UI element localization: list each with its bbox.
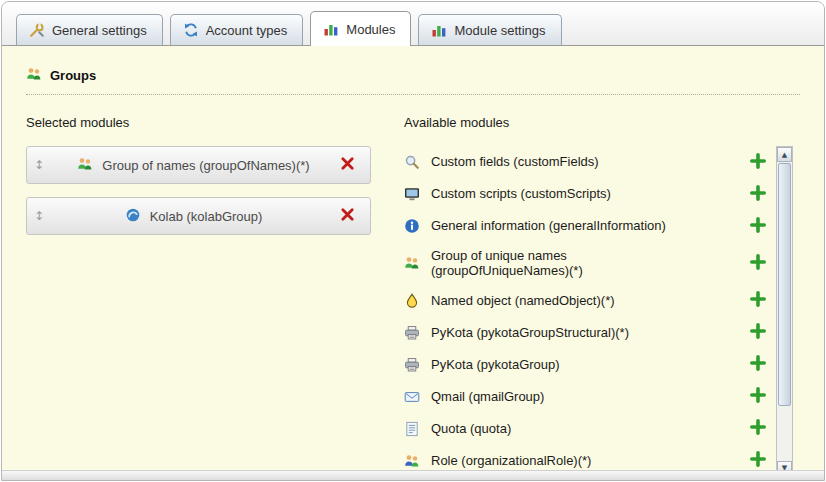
available-module-row: PyKota (pykotaGroupStructural)(*) <box>404 317 768 349</box>
tab-label: Account types <box>206 23 288 38</box>
tab-module-settings[interactable]: Module settings <box>418 14 561 45</box>
add-module-button[interactable] <box>748 216 768 236</box>
available-module-row: Quota (quota) <box>404 413 768 445</box>
green-plus-icon <box>750 217 766 236</box>
selected-module-label: Kolab (kolabGroup) <box>150 209 263 224</box>
available-module-row: General information (generalInformation) <box>404 210 768 242</box>
remove-module-button[interactable] <box>336 154 358 176</box>
tab-modules[interactable]: Modules <box>310 11 411 46</box>
green-plus-icon <box>750 153 766 172</box>
available-module-row: Custom fields (customFields) <box>404 146 768 178</box>
groups-section-header: Groups <box>26 66 800 95</box>
available-module-label: Role (organizationalRole)(*) <box>431 453 591 468</box>
green-plus-icon <box>750 419 766 438</box>
add-module-button[interactable] <box>748 323 768 343</box>
available-module-label: Custom scripts (customScripts) <box>431 186 611 201</box>
add-module-button[interactable] <box>748 184 768 204</box>
available-module-label: PyKota (pykotaGroup) <box>431 357 560 372</box>
droplet-icon <box>404 293 422 309</box>
green-plus-icon <box>750 323 766 342</box>
tab-label: Modules <box>346 22 395 37</box>
selected-module-row: ↕ Group of names (groupOfNames)(*) <box>26 146 371 184</box>
terminal-icon <box>404 186 422 202</box>
tools-icon <box>29 22 45 38</box>
selected-module-label: Group of names (groupOfNames)(*) <box>102 158 309 173</box>
selected-module-row: ↕ Kolab (kolabGroup) <box>26 197 371 235</box>
available-module-row: PyKota (pykotaGroup) <box>404 349 768 381</box>
available-module-label: PyKota (pykotaGroupStructural)(*) <box>431 325 629 340</box>
available-module-label: General information (generalInformation) <box>431 218 666 233</box>
available-module-row: Group of unique names (groupOfUniqueName… <box>404 242 768 285</box>
green-plus-icon <box>750 254 766 273</box>
tab-bar: General settings Account types Modules M… <box>2 2 824 46</box>
red-x-icon <box>340 156 355 174</box>
tab-account-types[interactable]: Account types <box>170 14 304 45</box>
green-plus-icon <box>750 355 766 374</box>
available-module-row: Custom scripts (customScripts) <box>404 178 768 210</box>
add-module-button[interactable] <box>748 152 768 172</box>
module-settings-icon <box>431 22 447 38</box>
available-module-label: Custom fields (customFields) <box>431 154 599 169</box>
printer-icon <box>404 357 422 373</box>
scroll-up-button[interactable]: ▲ <box>777 147 792 162</box>
available-module-label: Qmail (qmailGroup) <box>431 389 544 404</box>
green-plus-icon <box>750 451 766 470</box>
available-module-row: Named object (namedObject)(*) <box>404 285 768 317</box>
available-modules-heading: Available modules <box>404 115 800 130</box>
green-plus-icon <box>750 291 766 310</box>
red-x-icon <box>340 207 355 225</box>
add-module-button[interactable] <box>748 387 768 407</box>
green-plus-icon <box>750 185 766 204</box>
selected-modules-column: Selected modules ↕ Group of names (group… <box>26 107 378 248</box>
add-module-button[interactable] <box>748 291 768 311</box>
tab-label: General settings <box>52 23 147 38</box>
add-module-button[interactable] <box>748 419 768 439</box>
selected-modules-heading: Selected modules <box>26 115 378 130</box>
available-module-label: Group of unique names (groupOfUniqueName… <box>431 248 699 279</box>
available-modules-wrap: Custom fields (customFields) Custom scri… <box>404 146 800 470</box>
available-module-row: Role (organizationalRole)(*) <box>404 445 768 470</box>
refresh-icon <box>183 22 199 38</box>
tab-label: Module settings <box>454 23 545 38</box>
add-module-button[interactable] <box>748 355 768 375</box>
add-module-button[interactable] <box>748 451 768 470</box>
lam-configuration-page: General settings Account types Modules M… <box>1 1 825 481</box>
window-footer <box>2 470 824 480</box>
scroll-track[interactable] <box>777 407 792 460</box>
drag-handle-icon[interactable]: ↕ <box>27 158 51 172</box>
available-modules-list: Custom fields (customFields) Custom scri… <box>404 146 768 470</box>
document-icon <box>404 421 422 437</box>
green-plus-icon <box>750 387 766 406</box>
modules-content: Groups Selected modules ↕ Group of names… <box>2 46 824 470</box>
drag-handle-icon[interactable]: ↕ <box>27 209 51 223</box>
scrollbar[interactable]: ▲ ▼ <box>776 146 793 470</box>
group-icon <box>404 255 422 271</box>
printer-icon <box>404 325 422 341</box>
section-title: Groups <box>50 68 96 83</box>
group-icon <box>77 156 93 175</box>
available-module-label: Named object (namedObject)(*) <box>431 293 615 308</box>
groups-icon <box>26 66 42 85</box>
available-module-row: Qmail (qmailGroup) <box>404 381 768 413</box>
modules-icon <box>323 21 339 37</box>
remove-module-button[interactable] <box>336 205 358 227</box>
tab-general-settings[interactable]: General settings <box>16 14 163 45</box>
modules-columns: Selected modules ↕ Group of names (group… <box>26 107 800 470</box>
scroll-down-button[interactable]: ▼ <box>777 461 792 470</box>
add-module-button[interactable] <box>748 253 768 273</box>
available-modules-column: Available modules Custom fields (customF… <box>404 107 800 470</box>
available-module-label: Quota (quota) <box>431 421 511 436</box>
info-icon <box>404 218 422 234</box>
role-icon <box>404 453 422 469</box>
mail-icon <box>404 389 422 405</box>
scroll-thumb[interactable] <box>778 163 791 406</box>
magnifier-icon <box>404 154 422 170</box>
kolab-icon <box>125 207 141 226</box>
